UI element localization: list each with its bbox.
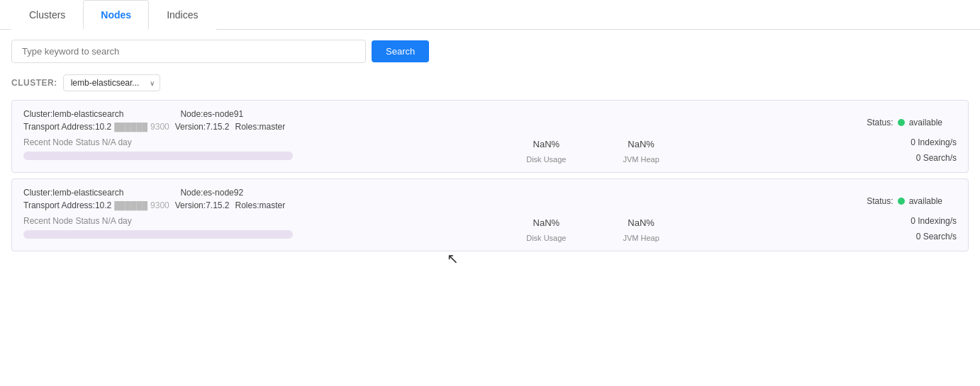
search-section: Search: [0, 30, 980, 70]
node1-status-value: available: [909, 118, 942, 127]
node1-port: 9300: [150, 122, 169, 132]
node2-metrics-right: 0 Indexing/s 0 Search/s: [864, 216, 957, 242]
node2-indexing-rate: 0 Indexing/s: [911, 216, 957, 226]
node1-disk-label: Disk Usage: [526, 155, 566, 164]
node1-transport-masked: ██████: [114, 123, 147, 131]
node1-status-label: Status:: [867, 118, 893, 127]
node1-bar-section: Recent Node Status N/A day: [23, 137, 293, 160]
node2-status-dot: [898, 198, 905, 205]
node2-metrics-center: NaN% Disk Usage NaN% JVM Heap: [293, 217, 864, 242]
node2-status-value: available: [909, 196, 942, 206]
tab-indices[interactable]: Indices: [149, 0, 216, 30]
node2-version: Version:7.15.2: [175, 200, 230, 210]
cursor-indicator: ↖: [447, 251, 459, 266]
search-input[interactable]: [11, 40, 366, 63]
node1-disk-value: NaN%: [533, 139, 560, 149]
node2-name: Node:es-node92: [180, 188, 243, 198]
cluster-select-wrapper[interactable]: lemb-elasticsear...: [63, 74, 160, 91]
node1-jvm-label: JVM Heap: [623, 155, 659, 164]
node1-status-dot: [898, 119, 905, 126]
node2-disk-label: Disk Usage: [526, 234, 566, 242]
node2-transport-addr: Transport Address:10.2: [23, 200, 111, 210]
node1-jvm-heap: NaN% JVM Heap: [623, 139, 659, 164]
node2-roles: Roles:master: [235, 200, 286, 210]
node1-metrics-right: 0 Indexing/s 0 Search/s: [864, 137, 957, 163]
node2-port: 9300: [150, 200, 169, 210]
node-card-2: Cluster:lemb-elasticsearch Node:es-node9…: [11, 178, 969, 251]
tab-clusters[interactable]: Clusters: [11, 0, 83, 30]
node1-jvm-value: NaN%: [628, 139, 655, 149]
node2-disk-usage: NaN% Disk Usage: [526, 217, 566, 242]
cluster-select[interactable]: lemb-elasticsear...: [63, 74, 160, 91]
node1-search-rate: 0 Search/s: [916, 153, 957, 163]
node1-name: Node:es-node91: [180, 109, 243, 119]
card-content-2: Cluster:lemb-elasticsearch Node:es-node9…: [23, 188, 957, 242]
node1-indexing-rate: 0 Indexing/s: [911, 137, 957, 147]
cluster-filter: CLUSTER: lemb-elasticsear...: [0, 70, 980, 100]
node1-transport: Transport Address:10.2 ██████ 9300 Versi…: [23, 122, 957, 132]
app-container: Clusters Nodes Indices Search CLUSTER: l…: [0, 0, 980, 386]
tabs-bar: Clusters Nodes Indices: [0, 0, 980, 30]
node2-transport-masked: ██████: [114, 201, 147, 210]
search-button[interactable]: Search: [372, 40, 429, 62]
node1-status-bar: [23, 152, 293, 160]
node2-status-label: Status:: [867, 196, 893, 206]
node1-roles: Roles:master: [235, 122, 286, 132]
node2-transport: Transport Address:10.2 ██████ 9300 Versi…: [23, 200, 957, 210]
node1-version: Version:7.15.2: [175, 122, 230, 132]
node2-jvm-heap: NaN% JVM Heap: [623, 217, 659, 242]
cluster-filter-label: CLUSTER:: [11, 78, 57, 88]
node2-cluster: Cluster:lemb-elasticsearch: [23, 188, 123, 198]
tab-nodes[interactable]: Nodes: [83, 0, 149, 30]
node2-status: Status: available: [867, 196, 942, 206]
node-card: Cluster:lemb-elasticsearch Node:es-node9…: [11, 100, 969, 173]
node1-disk-usage: NaN% Disk Usage: [526, 139, 566, 164]
node1-metrics-center: NaN% Disk Usage NaN% JVM Heap: [293, 139, 864, 164]
node1-recent-status: Recent Node Status N/A day: [23, 137, 293, 147]
node2-recent-status: Recent Node Status N/A day: [23, 216, 293, 226]
node2-search-rate: 0 Search/s: [916, 232, 957, 242]
node2-status-bar: [23, 230, 293, 239]
node2-bar-section: Recent Node Status N/A day: [23, 216, 293, 239]
node2-jvm-label: JVM Heap: [623, 234, 659, 242]
node1-transport-addr: Transport Address:10.2: [23, 122, 111, 132]
node2-jvm-value: NaN%: [628, 217, 655, 228]
node1-cluster: Cluster:lemb-elasticsearch: [23, 109, 123, 119]
node2-disk-value: NaN%: [533, 217, 560, 228]
node1-status: Status: available: [867, 118, 942, 127]
card-content-1: Cluster:lemb-elasticsearch Node:es-node9…: [23, 109, 957, 164]
nodes-list: Cluster:lemb-elasticsearch Node:es-node9…: [0, 100, 980, 251]
